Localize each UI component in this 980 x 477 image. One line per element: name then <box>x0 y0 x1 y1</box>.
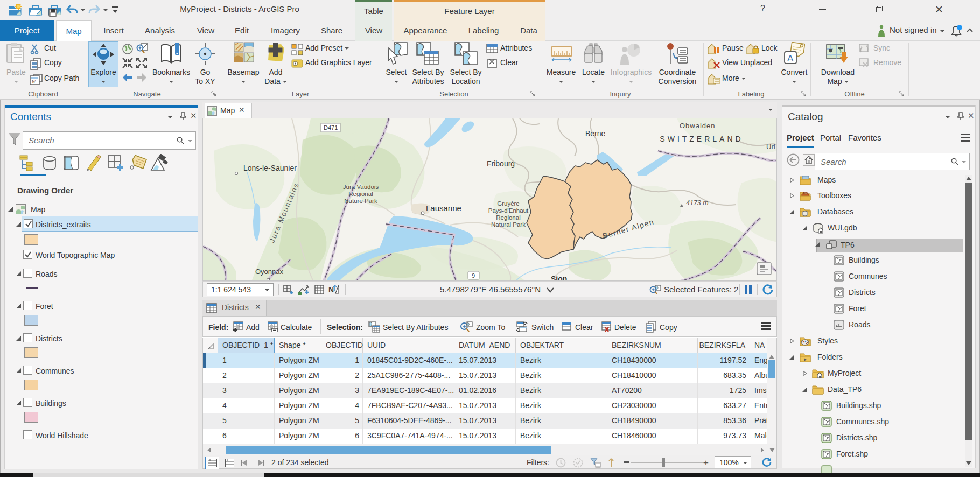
svg-text:Jura Vaudois: Jura Vaudois <box>343 184 379 190</box>
svg-text:A: A <box>787 53 794 64</box>
svg-text:D471: D471 <box>324 124 338 131</box>
svg-text:9: 9 <box>472 272 475 279</box>
svg-text:Pays-d'Enhaut: Pays-d'Enhaut <box>488 207 529 214</box>
svg-text:Nature Park: Nature Park <box>344 198 377 204</box>
svg-text:SWITZERLAND: SWITZERLAND <box>660 135 743 143</box>
svg-text:Berne: Berne <box>585 129 606 138</box>
svg-text:Natural Park: Natural Park <box>491 221 526 228</box>
svg-text:Regional: Regional <box>348 191 373 197</box>
svg-text:Uri: Uri <box>766 143 775 151</box>
svg-text:Lausanne: Lausanne <box>426 204 461 213</box>
svg-text:Gruyère: Gruyère <box>497 200 520 207</box>
svg-text:Sion: Sion <box>551 275 567 281</box>
svg-text:Lons-le-Saunier: Lons-le-Saunier <box>243 164 297 172</box>
svg-text:Fribourg: Fribourg <box>487 159 515 168</box>
svg-text:Oyonnax: Oyonnax <box>255 268 284 276</box>
svg-text:W..: W.. <box>32 80 37 85</box>
svg-text:Obwalden: Obwalden <box>680 122 716 130</box>
svg-text:Regional: Regional <box>496 214 520 221</box>
svg-text:4173 m: 4173 m <box>686 199 709 207</box>
